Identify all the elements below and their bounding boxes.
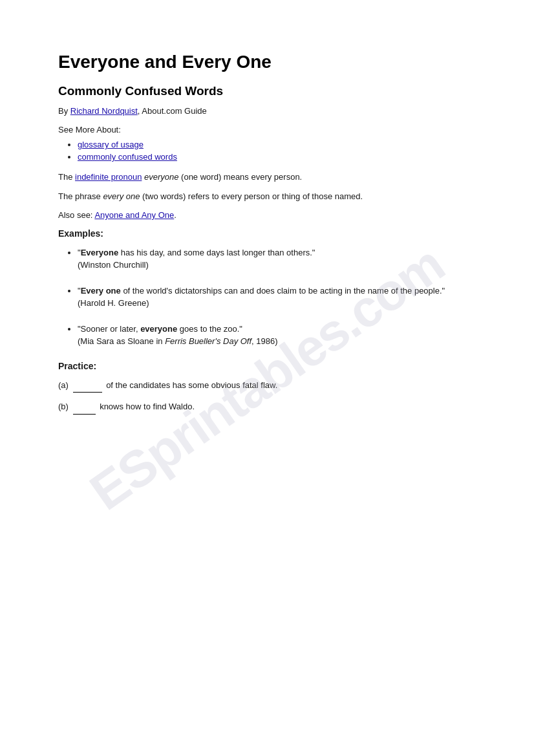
example-item-2: "Every one of the world's dictatorships … xyxy=(78,285,476,310)
example2-bold: Every one xyxy=(81,286,121,296)
p3-text1: Also see: xyxy=(58,210,94,220)
paragraph-2: The phrase every one (two words) refers … xyxy=(58,190,476,203)
paragraph-1: The indefinite pronoun everyone (one wor… xyxy=(58,171,476,184)
confused-words-link[interactable]: commonly confused words xyxy=(78,152,177,162)
example1-text: has his day, and some days last longer t… xyxy=(118,248,315,257)
example2-text: of the world's dictatorships can and doe… xyxy=(121,286,445,296)
example-item-1: "Everyone has his day, and some days las… xyxy=(78,246,476,272)
anyone-link[interactable]: Anyone and Any One xyxy=(94,210,174,220)
p2-text1: The phrase xyxy=(58,191,103,201)
practice-header: Practice: xyxy=(58,361,476,371)
p1-italic: everyone xyxy=(142,172,178,182)
example3-text1: "Sooner or later, xyxy=(78,324,140,334)
p3-text2: . xyxy=(174,210,176,220)
practice1-blank xyxy=(73,379,102,393)
examples-header: Examples: xyxy=(58,228,476,239)
example3-text2: goes to the zoo." xyxy=(177,324,242,334)
practice-section: Practice: (a) of the candidates has some… xyxy=(58,361,476,415)
practice2-text: knows how to find Waldo. xyxy=(100,402,195,411)
list-item: glossary of usage xyxy=(78,140,476,149)
p1-text2: (one word) means every person. xyxy=(178,172,302,182)
practice2-label: (b) xyxy=(58,402,69,411)
byline-suffix: , About.com Guide xyxy=(138,106,207,116)
p2-text2: (two words) refers to every person or th… xyxy=(140,191,363,201)
practice1-text: of the candidates has some obvious fatal… xyxy=(106,380,277,390)
page-title: Everyone and Every One xyxy=(58,52,476,72)
practice-item-1: (a) of the candidates has some obvious f… xyxy=(58,379,476,393)
byline-prefix: By xyxy=(58,106,70,116)
indefinite-pronoun-link[interactable]: indefinite pronoun xyxy=(75,172,142,182)
example3-italic: Ferris Bueller's Day Off xyxy=(165,336,251,346)
example3-bold: everyone xyxy=(140,324,177,334)
p1-text1: The xyxy=(58,172,75,182)
glossary-link[interactable]: glossary of usage xyxy=(78,140,144,149)
practice-item-2: (b) knows how to find Waldo. xyxy=(58,400,476,415)
example-item-3: "Sooner or later, everyone goes to the z… xyxy=(78,323,476,348)
example3-attribution: (Mia Sara as Sloane in Ferris Bueller's … xyxy=(78,336,278,346)
p2-italic: every one xyxy=(103,191,140,201)
page-content: Everyone and Every One Commonly Confused… xyxy=(0,0,534,474)
page-subtitle: Commonly Confused Words xyxy=(58,84,476,98)
see-more-list: glossary of usage commonly confused word… xyxy=(78,140,476,162)
example2-attribution: (Harold H. Greene) xyxy=(78,298,149,308)
byline: By Richard Nordquist, About.com Guide xyxy=(58,106,476,116)
practice2-blank xyxy=(73,400,96,415)
paragraph-3: Also see: Anyone and Any One. xyxy=(58,209,476,222)
example1-bold: Everyone xyxy=(81,248,119,257)
examples-list: "Everyone has his day, and some days las… xyxy=(78,246,476,348)
see-more-label: See More About: xyxy=(58,125,476,135)
practice1-label: (a) xyxy=(58,380,69,390)
example1-attribution: (Winston Churchill) xyxy=(78,260,149,270)
author-link[interactable]: Richard Nordquist xyxy=(70,106,138,116)
list-item: commonly confused words xyxy=(78,152,476,162)
